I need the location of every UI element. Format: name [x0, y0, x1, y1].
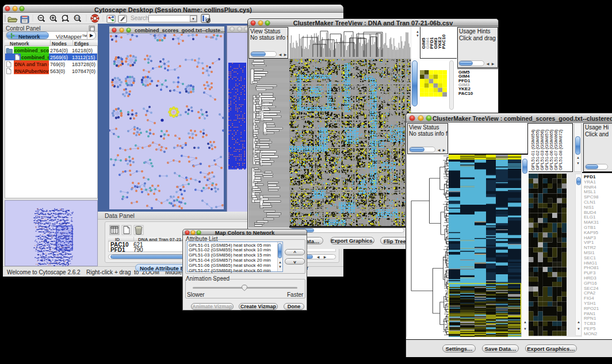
svg-text:1:1: 1:1 — [75, 16, 79, 20]
svg-text:Search:: Search: — [131, 15, 150, 21]
